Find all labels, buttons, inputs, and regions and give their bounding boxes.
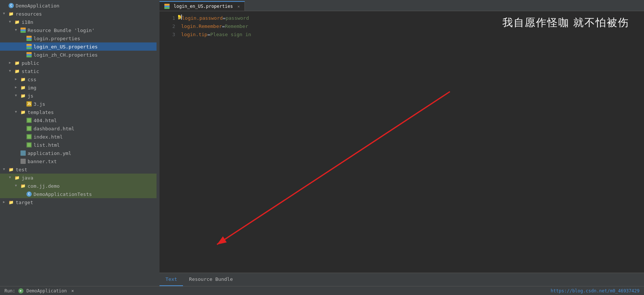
status-url[interactable]: https://blog.csdn.net/m0_46937429 <box>551 288 640 294</box>
tab-label: login_en_US.properties <box>174 4 233 9</box>
code-eq-3: = <box>207 31 210 39</box>
sidebar-item-list-html[interactable]: list.html <box>0 141 157 149</box>
sidebar-item-label: application.yml <box>28 150 71 156</box>
code-eq-1: = <box>223 14 226 22</box>
sidebar-item-3js[interactable]: JS 3.js <box>0 100 157 108</box>
sidebar-item-label: com.jj.demo <box>28 183 60 189</box>
sidebar-item-demo-application[interactable]: C DemoApplication <box>0 1 157 10</box>
txt-icon <box>20 158 26 164</box>
sidebar-item-resource-bundle-login[interactable]: Resource Bundle 'login' <box>0 26 157 34</box>
run-icon: ▶ <box>18 288 23 294</box>
arrow-icon <box>3 12 7 16</box>
code-line-2: login.Remember=Remember <box>181 22 644 31</box>
sidebar-item-label: img <box>28 85 36 91</box>
file-tree[interactable]: C DemoApplication 📁 resources 📁 i18n Res… <box>0 0 157 286</box>
red-arrow <box>178 11 644 273</box>
editor-tab-login-en-us[interactable]: login_en_US.properties × <box>160 1 245 11</box>
code-key-3: login.tip <box>181 31 207 39</box>
status-app-label[interactable]: DemoApplication <box>26 288 67 294</box>
sidebar-item-css[interactable]: 📁 css <box>0 75 157 83</box>
code-key-2: login.Remember <box>181 22 222 31</box>
sidebar-item-label: login_zh_CH.properties <box>34 52 98 58</box>
html-icon <box>26 126 32 131</box>
sidebar-item-js-folder[interactable]: 📁 js <box>0 92 157 100</box>
arrow-icon <box>9 69 13 73</box>
sidebar-item-label: Resource Bundle 'login' <box>28 28 95 33</box>
sidebar-item-public[interactable]: 📁 public <box>0 59 157 67</box>
sidebar-item-label: login_en_US.properties <box>34 44 98 50</box>
sidebar-item-demo-application-tests[interactable]: C DemoApplicationTests <box>0 190 157 198</box>
sidebar-item-java[interactable]: 📁 java <box>0 174 157 182</box>
sidebar-item-login-properties[interactable]: login.properties <box>0 34 157 42</box>
arrow-icon <box>3 200 7 204</box>
sidebar-item-resources[interactable]: 📁 resources <box>0 10 157 18</box>
sidebar-item-banner-txt[interactable]: banner.txt <box>0 157 157 165</box>
props-icon <box>26 35 32 41</box>
sidebar-item-index-html[interactable]: index.html <box>0 133 157 141</box>
sidebar-scrollbar <box>157 0 160 286</box>
html-icon <box>26 142 32 148</box>
sidebar-item-templates[interactable]: 📁 templates <box>0 108 157 116</box>
sidebar-item-application-yml[interactable]: application.yml <box>0 149 157 157</box>
yml-icon <box>20 150 26 156</box>
tab-resource-bundle[interactable]: Resource Bundle <box>183 273 239 286</box>
folder-open-icon: 📁 <box>20 109 26 115</box>
folder-open-icon: 📁 <box>14 175 20 181</box>
sidebar-item-label: js <box>28 93 34 99</box>
sidebar-item-label: target <box>16 200 33 205</box>
props-icon <box>26 52 32 58</box>
editor-content: 1 2 3 💡 login.password=password login.Re… <box>160 11 644 273</box>
tab-text[interactable]: Text <box>160 273 183 286</box>
arrow-icon <box>15 77 19 82</box>
folder-icon: 📁 <box>20 76 26 82</box>
sidebar-item-test[interactable]: 📁 test <box>0 165 157 174</box>
close-icon[interactable]: × <box>237 4 240 9</box>
status-bar: Run: ▶ DemoApplication × https://blog.cs… <box>0 286 644 295</box>
status-run-label: Run: <box>4 288 15 294</box>
folder-icon: 📁 <box>8 199 14 205</box>
sidebar-item-dashboard-html[interactable]: dashboard.html <box>0 124 157 133</box>
sidebar-item-target[interactable]: 📁 target <box>0 198 157 206</box>
sidebar-item-login-zh-ch[interactable]: login_zh_CH.properties <box>0 51 157 59</box>
code-line-3: login.tip=Please sign in <box>181 31 644 39</box>
sidebar-item-label: resources <box>16 11 42 17</box>
sidebar-item-i18n[interactable]: 📁 i18n <box>0 18 157 26</box>
arrow-icon <box>15 28 19 32</box>
props-icon <box>26 44 32 50</box>
arrow-icon <box>15 110 19 114</box>
sidebar-item-label: templates <box>28 110 54 115</box>
status-close-button[interactable]: × <box>71 288 74 294</box>
class-icon: C <box>8 3 14 9</box>
sidebar-item-img[interactable]: 📁 img <box>0 83 157 92</box>
props-icon <box>164 3 170 9</box>
folder-open-icon: 📁 <box>8 166 14 172</box>
sidebar-item-label: login.properties <box>34 36 80 41</box>
lightbulb-icon[interactable]: 💡 <box>178 15 181 19</box>
folder-open-icon: 📁 <box>14 19 20 25</box>
sidebar-item-label: test <box>16 167 27 172</box>
sidebar-item-label: java <box>22 175 33 181</box>
code-line-1: login.password=password <box>181 14 644 22</box>
status-left: Run: ▶ DemoApplication × <box>4 288 74 294</box>
js-icon: JS <box>26 101 32 107</box>
code-key-1: login.password <box>182 14 223 22</box>
sidebar-item-label: banner.txt <box>28 159 57 164</box>
sidebar-item-label: static <box>22 69 39 74</box>
folder-open-icon: 📁 <box>14 68 20 74</box>
sidebar-item-label: dashboard.html <box>34 126 75 131</box>
svg-line-1 <box>217 92 450 244</box>
code-val-3: Please sign in <box>210 31 251 39</box>
sidebar-item-label: DemoApplication <box>16 3 59 9</box>
tab-bar: login_en_US.properties × <box>160 0 644 11</box>
folder-open-icon: 📁 <box>20 93 26 99</box>
sidebar-item-login-en-us[interactable]: login_en_US.properties <box>0 42 157 51</box>
sidebar-item-static[interactable]: 📁 static <box>0 67 157 75</box>
sidebar-item-com-jj-demo[interactable]: 📁 com.jj.demo <box>0 182 157 190</box>
sidebar-item-label: index.html <box>34 134 63 140</box>
sidebar-item-404html[interactable]: 404.html <box>0 116 157 124</box>
arrow-icon <box>9 175 13 180</box>
sidebar-item-label: i18n <box>22 19 33 25</box>
code-editor[interactable]: 💡 login.password=password login.Remember… <box>178 11 644 273</box>
code-eq-2: = <box>222 22 225 31</box>
arrow-icon <box>9 20 13 24</box>
